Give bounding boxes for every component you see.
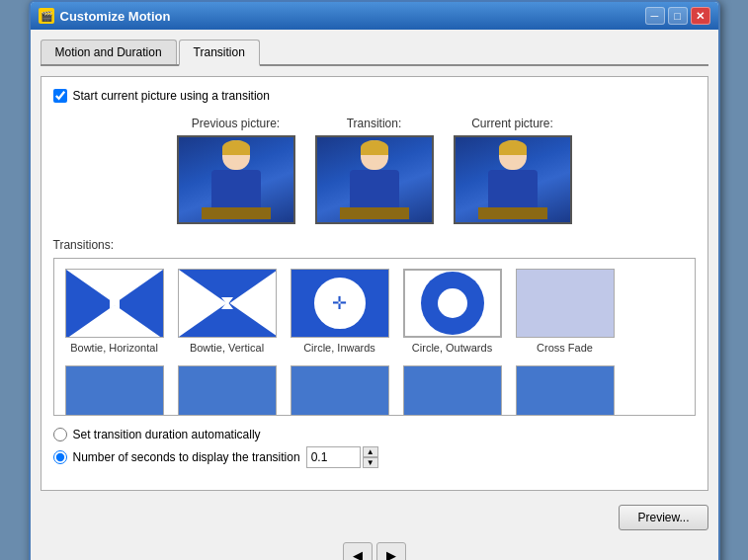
customize-motion-window: 🎬 Customize Motion ─ □ ✕ Motion and Dura… [29, 0, 720, 560]
radio-seconds[interactable] [53, 450, 67, 464]
circle-out-inner [438, 288, 467, 318]
transitions-grid: Bowtie, Horizontal Bowtie, Vertical [60, 265, 689, 416]
window-icon: 🎬 [39, 8, 54, 24]
maximize-button[interactable]: □ [668, 7, 688, 25]
transition-second-row-4[interactable] [398, 361, 507, 416]
transitions-section-label: Transitions: [53, 238, 696, 252]
circle-in-inner: ✛ [312, 276, 368, 331]
second-row-thumb-1: ▼ [65, 365, 164, 416]
preview-button[interactable]: Preview... [619, 505, 707, 530]
radio-auto[interactable] [53, 428, 67, 441]
bowtie-v-label: Bowtie, Vertical [190, 342, 264, 354]
previous-picture-item: Previous picture: [177, 117, 295, 224]
pictures-row: Previous picture: [53, 117, 696, 224]
cross-fade-thumb [516, 269, 615, 338]
transition-panel: Start current picture using a transition… [41, 76, 708, 491]
transitions-container[interactable]: Bowtie, Horizontal Bowtie, Vertical [53, 258, 696, 416]
title-close-button[interactable]: ✕ [691, 7, 710, 25]
transition-second-row-1[interactable]: ▼ [60, 361, 169, 416]
transition-circle-out[interactable]: Circle, Outwards [398, 265, 507, 358]
transition-circle-in[interactable]: ✛ Circle, Inwards [286, 265, 394, 358]
window-title: Customize Motion [60, 9, 645, 24]
bowtie-v-thumb [178, 269, 277, 338]
radio-auto-row: Set transition duration automatically [53, 428, 696, 441]
transition-cross-fade[interactable]: Cross Fade [511, 265, 620, 358]
preview-row: Preview... [31, 501, 718, 534]
second-row-thumb-4 [403, 365, 502, 416]
transition-bowtie-h[interactable]: Bowtie, Horizontal [60, 265, 169, 358]
circle-out-thumb [403, 269, 502, 338]
window-content: Motion and Duration Transition Start cur… [31, 30, 718, 501]
title-bar-buttons: ─ □ ✕ [645, 7, 710, 25]
previous-picture-frame [177, 135, 295, 224]
bowtie-h-label: Bowtie, Horizontal [70, 342, 158, 354]
second-row-thumb-3 [291, 365, 389, 416]
transition-picture-item: Transition: [315, 117, 434, 224]
duration-input-group: ▲ ▼ [306, 446, 378, 468]
current-picture-item: Current picture: [454, 117, 572, 224]
circle-in-label: Circle, Inwards [303, 342, 375, 354]
start-transition-checkbox[interactable] [53, 89, 67, 103]
bowtie-h-thumb [65, 269, 164, 338]
transition-second-row-2[interactable]: ▼ [173, 361, 282, 416]
transition-bowtie-v[interactable]: Bowtie, Vertical [173, 265, 282, 358]
current-picture-frame [454, 135, 572, 224]
minimize-button[interactable]: ─ [645, 7, 665, 25]
tab-motion-duration[interactable]: Motion and Duration [41, 40, 177, 64]
second-row-thumb-2: ▼ [178, 365, 277, 416]
tab-transition[interactable]: Transition [179, 40, 260, 66]
transition-second-row-3[interactable] [286, 361, 394, 416]
circle-out-label: Circle, Outwards [412, 342, 492, 354]
circle-out-ring [421, 272, 484, 335]
transition-second-row-5[interactable]: ▲ [511, 361, 620, 416]
duration-spinner: ▲ ▼ [363, 446, 378, 468]
radio-seconds-row: Number of seconds to display the transit… [53, 446, 696, 468]
radio-section: Set transition duration automatically Nu… [53, 428, 696, 468]
title-bar: 🎬 Customize Motion ─ □ ✕ [31, 2, 718, 30]
tab-bar: Motion and Duration Transition [41, 40, 708, 66]
nav-prev-button[interactable]: ◀ [343, 542, 373, 560]
radio-auto-label: Set transition duration automatically [73, 428, 261, 441]
start-transition-label: Start current picture using a transition [73, 89, 270, 103]
second-row-thumb-5: ▲ [516, 365, 615, 416]
cross-fade-label: Cross Fade [537, 342, 593, 354]
duration-spin-down[interactable]: ▼ [363, 457, 378, 468]
circle-in-thumb: ✛ [291, 269, 389, 338]
current-picture-label: Current picture: [471, 117, 553, 130]
duration-input[interactable] [306, 446, 361, 468]
previous-picture-label: Previous picture: [192, 117, 280, 130]
nav-next-button[interactable]: ▶ [376, 542, 406, 560]
radio-seconds-label: Number of seconds to display the transit… [73, 450, 300, 464]
transition-picture-frame [315, 135, 434, 224]
transition-picture-label: Transition: [347, 117, 402, 130]
navigation-row: ◀ ▶ [31, 534, 718, 560]
start-transition-row: Start current picture using a transition [53, 89, 696, 103]
duration-spin-up[interactable]: ▲ [363, 446, 378, 457]
